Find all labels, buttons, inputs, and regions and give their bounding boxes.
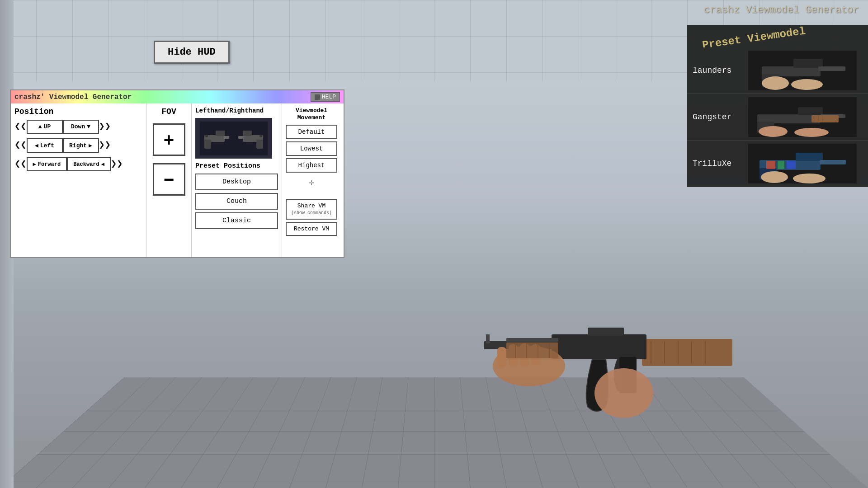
svg-point-23 — [794, 128, 829, 137]
watermark-text: crashz Viewmodel Generator — [704, 5, 859, 16]
svg-rect-19 — [798, 107, 823, 115]
hand-section: Lefthand/Righthand — [192, 103, 282, 257]
preset-desktop-button[interactable]: Desktop — [195, 174, 278, 190]
svg-point-4 — [205, 135, 208, 137]
gangster-gun-svg — [748, 97, 857, 137]
preset-positions-section: Preset Positions Desktop Couch Classic — [195, 162, 278, 229]
svg-rect-24 — [811, 115, 839, 122]
forward-button[interactable]: ▶ Forward — [27, 157, 67, 171]
main-panel: crashz' Viewmodel Generator HELP Positio… — [10, 89, 344, 258]
svg-rect-1 — [216, 131, 225, 136]
svg-point-37 — [793, 174, 826, 183]
position-title: Position — [14, 107, 142, 116]
preset-vm-label-launders: launders — [687, 66, 746, 75]
righthand-gun — [234, 122, 268, 155]
preset-vm-label-trilluxe: TrilluXe — [687, 159, 746, 168]
left-right-row: ❮❮ ◀ Left Right ▶ ❯❯ — [14, 138, 142, 153]
help-label: HELP — [322, 94, 336, 100]
cursor-indicator: ✛ — [286, 175, 337, 190]
help-icon — [315, 94, 320, 100]
svg-rect-13 — [818, 66, 845, 71]
right-arrow-icon: ▶ — [89, 142, 92, 149]
vm-lowest-button[interactable]: Lowest — [286, 141, 337, 156]
down-arrow-icon: ▼ — [87, 123, 90, 130]
left-arrow-icon: ◀ — [35, 142, 38, 149]
svg-rect-3 — [224, 136, 229, 139]
forward-backward-row: ❮❮ ▶ Forward Backward ◀ ❯❯ — [14, 157, 142, 171]
svg-rect-6 — [243, 131, 252, 136]
fov-minus-button[interactable]: − — [153, 163, 185, 196]
launders-gun-svg — [748, 51, 857, 90]
preset-vm-item-gangster[interactable]: Gangster — [687, 94, 868, 141]
fov-title: FOV — [161, 107, 176, 116]
preset-classic-button[interactable]: Classic — [195, 212, 278, 229]
lefthand-gun — [200, 122, 234, 155]
hand-title: Lefthand/Righthand — [195, 107, 278, 114]
double-arrow-right-3: ❯❯ — [111, 160, 123, 169]
preset-couch-button[interactable]: Couch — [195, 193, 278, 210]
svg-point-22 — [759, 126, 788, 137]
fov-plus-button[interactable]: + — [153, 123, 185, 156]
svg-rect-33 — [766, 161, 775, 169]
backward-arrow-icon: ◀ — [101, 161, 104, 168]
double-arrow-right-1: ❯❯ — [99, 122, 111, 132]
preset-vm-item-launders[interactable]: launders — [687, 47, 868, 94]
panel-title-bar: crashz' Viewmodel Generator HELP — [11, 90, 344, 103]
preset-vm-thumb-launders — [746, 50, 859, 91]
left-button[interactable]: ◀ Left — [27, 138, 63, 153]
svg-point-16 — [791, 79, 823, 90]
svg-rect-31 — [820, 160, 846, 164]
double-arrow-left-1: ❮❮ — [14, 122, 27, 132]
up-label: UP — [44, 123, 51, 130]
vm-highest-button[interactable]: Highest — [286, 158, 337, 173]
svg-point-15 — [762, 76, 789, 90]
floor — [0, 377, 868, 488]
vm-default-button[interactable]: Default — [286, 125, 337, 139]
forward-arrow-icon: ▶ — [33, 161, 36, 168]
hand-preview[interactable] — [195, 118, 272, 159]
right-panel-title: Preset Viewmodel — [693, 25, 814, 47]
righthand-gun-icon — [236, 126, 265, 151]
up-button[interactable]: ▲ UP — [27, 120, 63, 134]
preset-vm-item-trilluxe[interactable]: TrilluXe — [687, 141, 868, 187]
lefthand-gun-icon — [202, 126, 231, 151]
restore-vm-button[interactable]: Restore VM — [286, 222, 337, 236]
panel-title: crashz' Viewmodel Generator — [14, 93, 132, 101]
panel-body: Position ❮❮ ▲ UP Down ▼ ❯❯ ❮❮ ◀ Le — [11, 103, 344, 257]
double-arrow-right-2: ❯❯ — [99, 141, 111, 150]
trilluxe-gun-svg — [748, 144, 857, 183]
help-button[interactable]: HELP — [311, 92, 340, 102]
svg-rect-7 — [256, 140, 263, 149]
double-arrow-left-3: ❮❮ — [14, 160, 27, 169]
share-vm-label: Share VM — [297, 202, 326, 209]
svg-rect-2 — [204, 140, 211, 149]
svg-rect-12 — [793, 59, 823, 68]
preset-vm-thumb-trilluxe — [746, 143, 859, 184]
position-section: Position ❮❮ ▲ UP Down ▼ ❯❯ ❮❮ ◀ Le — [11, 103, 146, 257]
up-down-row: ❮❮ ▲ UP Down ▼ ❯❯ — [14, 120, 142, 134]
down-label: Down — [71, 123, 85, 130]
right-preset-panel: Preset Viewmodel launders Gangster — [687, 25, 868, 187]
svg-rect-34 — [778, 161, 784, 169]
svg-rect-35 — [787, 161, 796, 169]
hide-hud-button[interactable]: Hide HUD — [154, 41, 230, 64]
forward-label: Forward — [38, 161, 61, 168]
backward-button[interactable]: Backward ◀ — [67, 157, 111, 171]
fov-section: FOV + − — [146, 103, 192, 257]
svg-point-9 — [259, 135, 262, 137]
svg-rect-8 — [238, 136, 244, 139]
share-vm-sub-label: (show commands) — [291, 211, 332, 216]
double-arrow-left-2: ❮❮ — [14, 141, 27, 150]
svg-rect-30 — [796, 153, 823, 161]
share-vm-button[interactable]: Share VM (show commands) — [286, 199, 337, 220]
viewmodel-movement-title: ViewmodelMovement — [286, 107, 337, 121]
up-arrow-icon: ▲ — [38, 123, 42, 130]
svg-point-36 — [761, 171, 788, 183]
preset-vm-thumb-gangster — [746, 97, 859, 137]
right-button[interactable]: Right ▶ — [63, 138, 99, 153]
right-label: Right — [69, 142, 87, 149]
preset-positions-title: Preset Positions — [195, 162, 278, 170]
down-button[interactable]: Down ▼ — [63, 120, 99, 134]
backward-label: Backward — [73, 161, 99, 168]
preset-vm-label-gangster: Gangster — [687, 113, 746, 122]
